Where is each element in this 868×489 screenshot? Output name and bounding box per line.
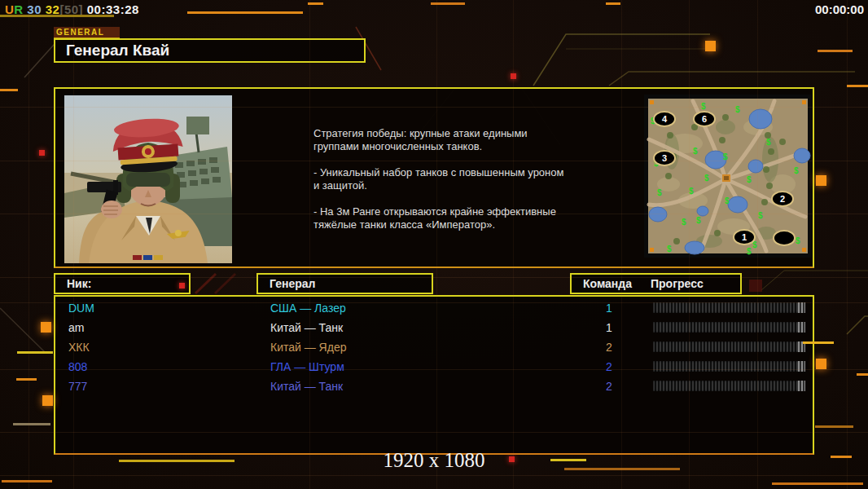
column-header-team: Команда xyxy=(583,275,632,293)
decor xyxy=(847,0,848,489)
start-position-number: 6 xyxy=(702,114,707,124)
elapsed-time: 00:33:28 xyxy=(87,2,139,16)
player-nick: DUM xyxy=(68,298,94,318)
decor xyxy=(0,475,868,476)
strategy-description: Стратегия победы: крупные атаки едиными … xyxy=(313,127,582,231)
general-portrait xyxy=(64,95,232,263)
svg-text:$: $ xyxy=(735,105,740,114)
column-header-nick: Ник: xyxy=(54,273,191,294)
decor xyxy=(511,73,516,79)
progress-bar xyxy=(653,322,805,333)
decor xyxy=(17,351,53,354)
player-nick: am xyxy=(68,318,84,337)
player-general: Китай — Танк xyxy=(270,377,343,396)
players-table: DUM США — Лазер 1 am Китай — Танк 1 ХКК … xyxy=(54,295,814,455)
svg-text:$: $ xyxy=(794,166,799,175)
general-tag-label: GENERAL xyxy=(54,27,120,39)
rank-letter-u: U xyxy=(5,2,14,16)
table-row: DUM США — Лазер 1 xyxy=(55,298,813,318)
player-nick: ХКК xyxy=(68,337,90,357)
decor xyxy=(39,150,45,156)
progress-bar xyxy=(653,341,805,352)
player-general: Китай — Ядер xyxy=(270,337,346,357)
decor xyxy=(16,378,37,381)
start-position-number: 3 xyxy=(662,153,667,163)
decor xyxy=(815,425,853,428)
svg-text:$: $ xyxy=(747,175,752,184)
table-row: 808 ГЛА — Штурм 2 xyxy=(55,357,813,377)
decor xyxy=(857,373,868,376)
svg-text:$: $ xyxy=(725,196,730,205)
general-name-title: Генерал Квай xyxy=(54,38,366,63)
player-team: 2 xyxy=(598,357,620,377)
player-general: США — Лазер xyxy=(270,298,346,318)
game-screen: UR 30 32[50] 00:33:28 00:00:00 GENERAL Г… xyxy=(0,0,868,489)
decor xyxy=(606,2,620,5)
decor xyxy=(187,11,303,14)
decor xyxy=(831,456,852,458)
decor xyxy=(41,322,51,333)
progress-bar xyxy=(653,302,805,313)
svg-text:$: $ xyxy=(657,188,662,197)
general-portrait-image xyxy=(64,95,232,263)
progress-bar xyxy=(653,361,805,372)
svg-text:$: $ xyxy=(696,216,701,225)
decor xyxy=(816,175,826,186)
decor xyxy=(119,460,235,462)
decor xyxy=(28,0,29,489)
decor xyxy=(705,41,716,51)
rank-letter-r: R xyxy=(14,2,23,16)
svg-text:$: $ xyxy=(758,211,763,220)
start-position-number: 2 xyxy=(780,194,785,204)
decor xyxy=(818,50,853,52)
resolution-label: 1920 x 1080 xyxy=(384,449,485,472)
table-row: 777 Китай — Танк 2 xyxy=(55,377,813,396)
svg-text:$: $ xyxy=(704,174,709,183)
player-nick: 808 xyxy=(68,357,87,377)
game-timer: 00:00:00 xyxy=(815,2,864,16)
progress-bar xyxy=(653,381,805,391)
decor xyxy=(550,459,586,461)
svg-text:$: $ xyxy=(689,187,694,196)
counter-max: [50] xyxy=(59,2,83,16)
decor xyxy=(2,480,52,482)
counter-secondary: 32 xyxy=(46,2,60,16)
player-team: 1 xyxy=(598,298,620,318)
decor xyxy=(0,89,18,91)
table-row: ХКК Китай — Ядер 2 xyxy=(55,337,813,357)
minimap: $$$ $$$ $$$ $$$ $$$ $$$ $$ 4 6 3 xyxy=(644,95,812,258)
player-nick: 777 xyxy=(68,377,87,396)
svg-text:$: $ xyxy=(723,152,728,161)
match-timer-left: UR 30 32[50] 00:33:28 xyxy=(5,2,139,16)
start-position-number: 1 xyxy=(742,232,747,242)
decor xyxy=(509,456,515,462)
start-position-number: 4 xyxy=(662,114,668,124)
svg-text:$: $ xyxy=(747,247,752,256)
decor xyxy=(42,395,53,406)
decor xyxy=(847,85,868,87)
decor xyxy=(772,482,863,485)
svg-text:$: $ xyxy=(766,138,771,147)
minimap-image: $$$ $$$ $$$ $$$ $$$ $$$ $$ 4 6 3 xyxy=(644,95,812,258)
column-header-team-progress: Команда Прогресс xyxy=(570,273,742,294)
decor xyxy=(308,2,323,5)
decor xyxy=(816,359,826,369)
column-header-general: Генерал xyxy=(256,273,433,294)
start-position-empty xyxy=(774,231,795,245)
svg-text:$: $ xyxy=(682,218,686,227)
counter-primary: 30 xyxy=(27,2,42,16)
player-team: 1 xyxy=(598,318,620,337)
player-general: ГЛА — Штурм xyxy=(270,357,344,377)
player-team: 2 xyxy=(598,337,620,357)
player-team: 2 xyxy=(598,377,620,396)
decor xyxy=(431,2,465,5)
svg-text:$: $ xyxy=(693,147,698,156)
svg-text:$: $ xyxy=(667,244,672,253)
decor xyxy=(13,423,50,425)
table-row: am Китай — Танк 1 xyxy=(55,318,813,337)
column-header-progress: Прогресс xyxy=(651,275,704,293)
svg-text:$: $ xyxy=(796,236,800,245)
svg-text:$: $ xyxy=(701,102,706,111)
player-general: Китай — Танк xyxy=(270,318,343,337)
decor xyxy=(564,468,680,470)
